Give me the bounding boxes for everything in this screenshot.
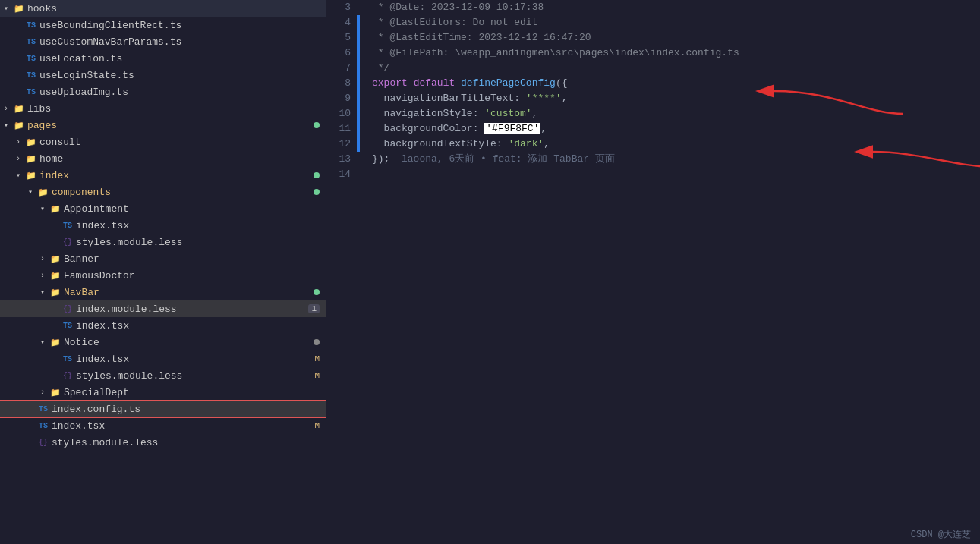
code-line-10: navigationStyle: 'custom',: [372, 106, 968, 121]
file-useBoundingClientRect[interactable]: TS useBoundingClientRect.ts: [0, 17, 326, 33]
arrow-hooks: [0, 4, 12, 13]
folder-icon-index: 📁: [24, 171, 38, 181]
file-useCustomNavBarParams[interactable]: TS useCustomNavBarParams.ts: [0, 33, 326, 50]
arrow-components: [24, 187, 36, 197]
file-notice-index[interactable]: TS index.tsx M: [0, 351, 326, 367]
folder-icon-navbar: 📁: [49, 288, 62, 297]
label-useLocation: useLocation.ts: [39, 53, 326, 64]
badge-navbar: [314, 289, 320, 295]
less-icon4: {}: [36, 439, 50, 447]
line-num-8: 8: [326, 76, 351, 91]
label-hooks: hooks: [27, 3, 326, 14]
file-index-config[interactable]: TS index.config.ts: [0, 401, 326, 417]
less-icon: {}: [61, 238, 74, 247]
label-consult: consult: [39, 137, 326, 148]
line-num-4: 4: [326, 15, 351, 30]
label-styles-less: styles.module.less: [52, 437, 326, 448]
badge-pages: [314, 122, 320, 128]
folder-pages[interactable]: 📁 pages: [0, 117, 326, 134]
line-num-6: 6: [326, 46, 351, 61]
file-notice-styles[interactable]: {} styles.module.less M: [0, 367, 326, 384]
file-appointment-index[interactable]: TS index.tsx: [0, 217, 326, 234]
label-useCustomNavBarParams: useCustomNavBarParams.ts: [39, 36, 326, 48]
badge-notice: [314, 339, 320, 345]
file-appointment-styles[interactable]: {} styles.module.less: [0, 234, 326, 250]
file-useLocation[interactable]: TS useLocation.ts: [0, 50, 326, 67]
label-navbar: NavBar: [64, 287, 314, 298]
folder-navbar[interactable]: 📁 NavBar: [0, 284, 326, 300]
code-line-6: * @FilePath: \weapp_andingmen\src\pages\…: [372, 46, 968, 61]
label-notice: Notice: [64, 337, 314, 348]
arrow-home: [12, 155, 24, 163]
file-explorer[interactable]: 📁 hooks TS useBoundingClientRect.ts TS u…: [0, 0, 326, 544]
arrow-consult: [12, 138, 24, 146]
less-icon2: {}: [61, 305, 74, 313]
line-numbers: 3 4 5 6 7 8 9 10 11 12 13 14: [326, 0, 357, 544]
arrow-notice: [36, 338, 49, 347]
folder-icon-specialdept: 📁: [49, 388, 62, 398]
file-index-tsx[interactable]: TS index.tsx M: [0, 417, 326, 434]
line-num-14: 14: [326, 167, 351, 182]
file-useUploadImg[interactable]: TS useUploadImg.ts: [0, 83, 326, 100]
folder-icon-consult: 📁: [24, 137, 38, 147]
label-appointment-styles: styles.module.less: [76, 237, 326, 248]
folder-home[interactable]: 📁 home: [0, 150, 326, 167]
badge-notice-index-M: M: [314, 354, 320, 363]
folder-famousdoctor[interactable]: 📁 FamousDoctor: [0, 267, 326, 284]
ts-icon2: TS: [24, 38, 38, 46]
code-line-3: * @Date: 2023-12-09 10:17:38: [372, 0, 968, 15]
folder-specialdept[interactable]: 📁 SpecialDept: [0, 384, 326, 401]
code-line-4: * @LastEditors: Do not edit: [372, 15, 968, 30]
code-line-5: * @LastEditTime: 2023-12-12 16:47:20: [372, 30, 968, 46]
label-useUploadImg: useUploadImg.ts: [39, 86, 326, 98]
folder-components[interactable]: 📁 components: [0, 184, 326, 200]
label-specialdept: SpecialDept: [64, 387, 326, 398]
ts-icon10: TS: [36, 422, 50, 430]
file-useLoginState[interactable]: TS useLoginState.ts: [0, 67, 326, 83]
line-num-5: 5: [326, 30, 351, 46]
ts-icon: TS: [24, 21, 38, 30]
label-libs: libs: [27, 103, 326, 115]
label-useBoundingClientRect: useBoundingClientRect.ts: [39, 20, 326, 31]
ts-icon5: TS: [24, 88, 38, 96]
line-num-3: 3: [326, 0, 351, 15]
folder-consult[interactable]: 📁 consult: [0, 134, 326, 150]
ts-icon6: TS: [61, 222, 74, 230]
ts-icon4: TS: [24, 71, 38, 80]
label-appointment-index: index.tsx: [76, 220, 326, 231]
badge-navbar-1: 1: [308, 304, 320, 313]
label-index: index: [39, 170, 314, 181]
line-num-10: 10: [326, 106, 351, 121]
arrow-index: [12, 171, 24, 180]
ts-icon3: TS: [24, 55, 38, 63]
label-index-config: index.config.ts: [52, 404, 326, 415]
folder-libs[interactable]: 📁 libs: [0, 100, 326, 117]
folder-notice[interactable]: 📁 Notice: [0, 334, 326, 351]
less-icon3: {}: [61, 372, 74, 380]
label-banner: Banner: [64, 253, 326, 265]
code-editor: 3 4 5 6 7 8 9 10 11 12 13 14: [326, 0, 980, 544]
file-navbar-index[interactable]: TS index.tsx: [0, 317, 326, 334]
folder-icon-components: 📁: [36, 187, 50, 197]
folder-banner[interactable]: 📁 Banner: [0, 250, 326, 267]
file-navbar-indexmodule[interactable]: {} index.module.less 1: [0, 300, 326, 317]
code-line-14: [372, 167, 968, 182]
folder-icon-home: 📁: [24, 154, 38, 164]
label-appointment: Appointment: [64, 203, 326, 215]
code-line-9: navigationBarTitleText: '****',: [372, 91, 968, 106]
folder-appointment[interactable]: 📁 Appointment: [0, 200, 326, 217]
line-num-11: 11: [326, 121, 351, 137]
folder-icon-famousdoctor: 📁: [49, 271, 62, 281]
folder-hooks[interactable]: 📁 hooks: [0, 0, 326, 17]
watermark: CSDN @大连芝: [902, 525, 980, 544]
badge-index-tsx-M: M: [314, 421, 320, 430]
folder-index[interactable]: 📁 index: [0, 167, 326, 184]
arrow-banner: [36, 255, 49, 263]
file-styles-less[interactable]: {} styles.module.less: [0, 434, 326, 451]
line-num-9: 9: [326, 91, 351, 106]
ts-icon7: TS: [61, 322, 74, 330]
badge-components: [314, 189, 320, 195]
code-line-7: */: [372, 61, 968, 76]
label-useLoginState: useLoginState.ts: [39, 70, 326, 81]
arrow-libs: [0, 105, 12, 113]
